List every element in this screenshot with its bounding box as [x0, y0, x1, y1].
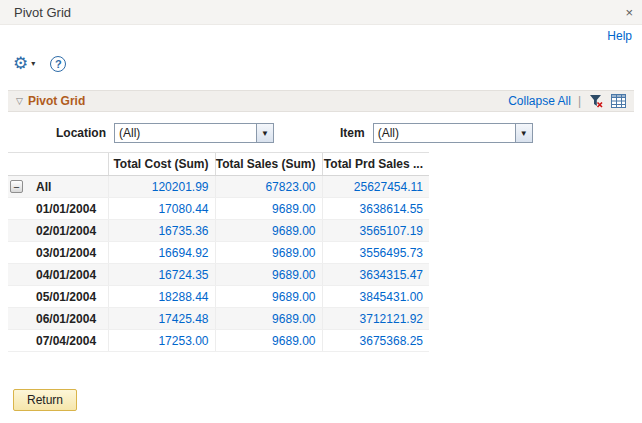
panel-title: Pivot Grid: [28, 94, 85, 108]
cell-value[interactable]: 16694.92: [158, 246, 208, 260]
table-header-row: Total Cost (Sum) Total Sales (Sum) Total…: [8, 153, 429, 176]
separator: |: [578, 94, 581, 108]
cell-value[interactable]: 9689.00: [272, 334, 315, 348]
cell-value[interactable]: 16735.36: [158, 224, 208, 238]
row-label: 04/01/2004: [32, 264, 108, 286]
toolbar: ⚙ ▾ ?: [13, 55, 66, 72]
cell-value[interactable]: 3638614.55: [360, 202, 423, 216]
cell-value[interactable]: 3675368.25: [360, 334, 423, 348]
cell-value[interactable]: 67823.00: [265, 180, 315, 194]
cell-value[interactable]: 3634315.47: [360, 268, 423, 282]
table-header-empty: [32, 153, 108, 176]
window-title: Pivot Grid: [14, 5, 71, 20]
help-icon[interactable]: ?: [50, 56, 66, 72]
collapse-all-link[interactable]: Collapse All: [508, 94, 571, 108]
table-header-empty: [8, 153, 32, 176]
column-header-total-prd-sales: Total Prd Sales ...: [322, 153, 429, 176]
return-button[interactable]: Return: [13, 389, 77, 411]
table-row: 05/01/2004 18288.44 9689.00 3845431.00: [8, 286, 429, 308]
chevron-down-icon: ▾: [31, 59, 35, 68]
clear-filter-icon[interactable]: [588, 93, 604, 109]
cell-value[interactable]: 9689.00: [272, 312, 315, 326]
table-row: 07/04/2004 17253.00 9689.00 3675368.25: [8, 330, 429, 352]
row-label: 05/01/2004: [32, 286, 108, 308]
cell-value[interactable]: 3556495.73: [360, 246, 423, 260]
cell-value[interactable]: 18288.44: [158, 290, 208, 304]
row-label: 03/01/2004: [32, 242, 108, 264]
pivot-grid-window: Pivot Grid × Help ⚙ ▾ ? ▽ Pivot Grid Col…: [0, 0, 642, 423]
help-link[interactable]: Help: [607, 29, 632, 43]
cell-value[interactable]: 3712121.92: [360, 312, 423, 326]
cell-value[interactable]: 17253.00: [158, 334, 208, 348]
item-dropdown-value: (All): [374, 126, 515, 140]
cell-value[interactable]: 17425.48: [158, 312, 208, 326]
row-label: 01/01/2004: [32, 198, 108, 220]
cell-value[interactable]: 9689.00: [272, 224, 315, 238]
row-label: All: [32, 176, 108, 198]
table-row: 02/01/2004 16735.36 9689.00 3565107.19: [8, 220, 429, 242]
table-row: 06/01/2004 17425.48 9689.00 3712121.92: [8, 308, 429, 330]
cell-value[interactable]: 120201.99: [152, 180, 209, 194]
cell-value[interactable]: 3845431.00: [360, 290, 423, 304]
table-row: 03/01/2004 16694.92 9689.00 3556495.73: [8, 242, 429, 264]
pivot-grid-panel: ▽ Pivot Grid Collapse All |: [8, 90, 634, 352]
cell-value[interactable]: 25627454.11: [354, 180, 423, 194]
cell-value[interactable]: 9689.00: [272, 246, 315, 260]
settings-menu-button[interactable]: ⚙ ▾: [13, 55, 35, 72]
collapse-section-icon[interactable]: ▽: [16, 96, 23, 106]
location-label: Location: [56, 126, 106, 140]
pivot-table: Total Cost (Sum) Total Sales (Sum) Total…: [8, 152, 429, 352]
table-row: − All 120201.99 67823.00 25627454.11: [8, 176, 429, 198]
cell-value[interactable]: 9689.00: [272, 290, 315, 304]
item-dropdown[interactable]: (All) ▼: [373, 123, 533, 143]
location-dropdown-value: (All): [115, 126, 256, 140]
title-bar: Pivot Grid ×: [0, 0, 642, 25]
cell-value[interactable]: 16724.35: [158, 268, 208, 282]
filter-row: Location (All) ▼ Item (All) ▼: [8, 112, 634, 152]
gear-icon: ⚙: [13, 55, 28, 72]
column-header-total-sales: Total Sales (Sum): [215, 153, 322, 176]
row-label: 06/01/2004: [32, 308, 108, 330]
location-dropdown[interactable]: (All) ▼: [114, 123, 274, 143]
item-label: Item: [340, 126, 365, 140]
row-label: 07/04/2004: [32, 330, 108, 352]
table-row: 01/01/2004 17080.44 9689.00 3638614.55: [8, 198, 429, 220]
cell-value[interactable]: 17080.44: [158, 202, 208, 216]
cell-value[interactable]: 9689.00: [272, 268, 315, 282]
table-row: 04/01/2004 16724.35 9689.00 3634315.47: [8, 264, 429, 286]
cell-value[interactable]: 9689.00: [272, 202, 315, 216]
dropdown-arrow-icon[interactable]: ▼: [256, 124, 273, 142]
panel-header: ▽ Pivot Grid Collapse All |: [8, 90, 634, 112]
panel-header-actions: Collapse All |: [508, 93, 626, 109]
dropdown-arrow-icon[interactable]: ▼: [515, 124, 532, 142]
column-header-total-cost: Total Cost (Sum): [108, 153, 215, 176]
cell-value[interactable]: 3565107.19: [360, 224, 423, 238]
row-label: 02/01/2004: [32, 220, 108, 242]
close-icon[interactable]: ×: [625, 6, 633, 19]
grid-view-icon[interactable]: [611, 94, 626, 108]
collapse-row-button[interactable]: −: [10, 180, 23, 193]
